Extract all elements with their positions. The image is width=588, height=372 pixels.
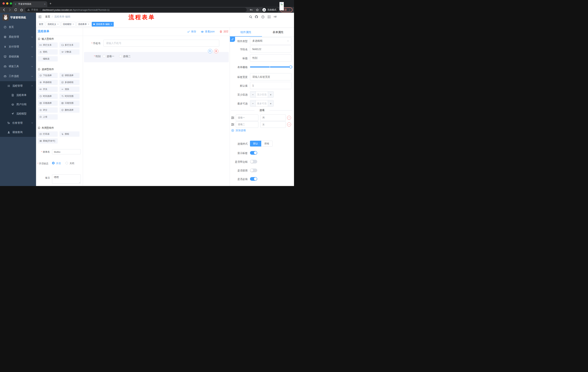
remove-option-button[interactable]: − <box>287 122 291 127</box>
slider-handle[interactable] <box>289 65 292 68</box>
close-window-button[interactable] <box>2 2 5 5</box>
option1-value-input[interactable] <box>260 115 286 121</box>
breadcrumb-home[interactable]: 首页 <box>45 15 50 18</box>
option1-label-input[interactable] <box>236 115 258 121</box>
drag-handle-icon[interactable] <box>231 123 234 126</box>
phone-input[interactable] <box>103 40 219 47</box>
border-toggle[interactable] <box>250 160 257 163</box>
gender-option1-label[interactable]: 选项一 <box>107 55 114 58</box>
sidebar-item-infrastructure[interactable]: 基础设施 <box>0 52 36 62</box>
password-key-icon[interactable] <box>249 8 253 12</box>
palette-item-select[interactable]: 下拉选择 <box>38 73 58 78</box>
sidebar-item-task-management[interactable]: 任务管理 <box>0 118 36 128</box>
style-default-button[interactable]: 默认 <box>250 141 261 147</box>
form-grid-slider[interactable] <box>250 66 292 67</box>
minimize-window-button[interactable] <box>6 2 8 5</box>
address-bar[interactable]: 不安全 dashboard.yudao.iocoder.cn/bpm/manag… <box>25 8 247 12</box>
collapse-sidebar-icon[interactable] <box>38 15 42 19</box>
label-width-input[interactable] <box>250 73 292 80</box>
clear-button[interactable]: 清空 <box>220 30 229 33</box>
delete-component-button[interactable] <box>214 49 218 53</box>
palette-item-password[interactable]: 密码 <box>38 49 58 55</box>
close-tag-icon[interactable]: × <box>73 23 74 25</box>
component-type-select[interactable]: 多选框组 <box>250 37 292 45</box>
gender-option2-checkbox[interactable] <box>119 55 122 57</box>
selected-component-row[interactable] <box>84 52 229 62</box>
more-menu-icon[interactable]: ⋮ <box>288 9 291 11</box>
tag-process-form-edit-active[interactable]: 流程表单-编辑× <box>92 22 114 27</box>
tab-form-properties[interactable]: 表单属性 <box>262 28 294 37</box>
forward-icon[interactable] <box>8 8 12 12</box>
decrease-button[interactable]: − <box>250 91 256 97</box>
home-icon[interactable] <box>20 8 23 12</box>
palette-item-counter[interactable]: 计数器 <box>60 49 80 55</box>
palette-item-cascader[interactable]: 级联选择 <box>60 73 80 78</box>
show-label-toggle[interactable] <box>250 151 257 155</box>
tab-component-properties[interactable]: 组件属性 <box>230 28 262 37</box>
close-tab-icon[interactable]: × <box>44 3 45 5</box>
tag-process-form[interactable]: 流程表单× <box>76 22 91 27</box>
palette-item-date-range[interactable]: 日期范围 <box>60 100 80 106</box>
required-toggle[interactable] <box>250 177 257 181</box>
avatar[interactable] <box>279 2 284 10</box>
status-on-radio[interactable] <box>52 162 55 164</box>
gender-option1-checkbox[interactable] <box>103 55 105 57</box>
option2-value-input[interactable] <box>260 121 286 128</box>
save-button[interactable]: 保存 <box>187 30 196 33</box>
sidebar-item-home[interactable]: 首页 <box>0 22 36 32</box>
link-drawer-handle[interactable] <box>230 37 235 42</box>
palette-item-color-picker[interactable]: 颜色选择 <box>60 107 80 113</box>
palette-item-editor[interactable]: 编辑器 <box>38 56 58 62</box>
help-icon[interactable] <box>261 15 264 19</box>
sidebar-item-system-management[interactable]: 系统管理 <box>0 32 36 42</box>
palette-item-table[interactable]: 表格[开发中] <box>38 138 58 144</box>
close-tag-icon[interactable]: × <box>57 23 59 25</box>
palette-item-row-container[interactable]: 行容器 <box>38 131 58 137</box>
gender-option2-label[interactable]: 选项二 <box>123 55 131 58</box>
add-option-button[interactable]: 添加选项 <box>231 129 246 132</box>
reload-icon[interactable] <box>14 8 18 12</box>
fullscreen-icon[interactable] <box>267 15 271 19</box>
palette-item-single-line-text[interactable]: 单行文本 <box>38 43 58 48</box>
palette-item-rate[interactable]: 评分 <box>38 107 58 113</box>
sidebar-item-payment-management[interactable]: 支付管理 <box>0 42 36 52</box>
browser-tab[interactable]: 芋道管理系统 × <box>12 1 47 7</box>
increase-button[interactable]: + <box>268 91 273 97</box>
tag-home[interactable]: 首页 <box>37 22 45 27</box>
status-off-label[interactable]: 关闭 <box>70 162 74 165</box>
option2-label-input[interactable] <box>236 121 258 128</box>
decrease-button[interactable]: − <box>250 100 256 106</box>
increase-button[interactable]: + <box>268 100 273 106</box>
close-tag-icon[interactable]: × <box>111 23 112 25</box>
palette-item-button[interactable]: 按钮 <box>60 131 80 137</box>
disabled-toggle[interactable] <box>250 169 257 172</box>
palette-item-switch[interactable]: 开关 <box>38 87 58 92</box>
resize-grip-icon[interactable] <box>79 182 80 183</box>
default-value-input[interactable] <box>250 82 292 89</box>
github-icon[interactable] <box>255 15 258 19</box>
status-on-label[interactable]: 开启 <box>56 162 61 165</box>
drag-handle-icon[interactable] <box>231 116 234 120</box>
palette-item-upload[interactable]: 上传 <box>38 114 58 120</box>
sidebar-item-workflow[interactable]: 工作流程 <box>0 71 36 81</box>
back-icon[interactable] <box>2 8 6 12</box>
palette-item-slider[interactable]: 滑块 <box>60 87 80 92</box>
search-icon[interactable] <box>249 15 252 19</box>
font-size-icon[interactable] <box>273 15 277 19</box>
zoom-window-button[interactable] <box>10 2 12 5</box>
sidebar-item-leave-query[interactable]: 请假查询 <box>0 128 36 137</box>
palette-item-radio-group[interactable]: 单选框组 <box>38 80 58 85</box>
sidebar-item-process-form[interactable]: 流程表单 <box>0 90 36 100</box>
remove-option-button[interactable]: − <box>287 116 291 120</box>
sidebar-item-dev-tools[interactable]: 研发工具 <box>0 62 36 71</box>
tag-process-definition[interactable]: 流程定义× <box>46 22 60 27</box>
style-button-button[interactable]: 按钮 <box>261 141 273 147</box>
palette-item-multi-line-text[interactable]: 多行文本 <box>60 43 80 48</box>
new-tab-button[interactable]: + <box>50 2 52 6</box>
status-off-radio[interactable] <box>65 162 68 164</box>
sidebar-item-user-group[interactable]: 用户分组 <box>0 100 36 109</box>
field-name-input[interactable] <box>250 45 292 53</box>
form-name-input[interactable] <box>52 149 81 154</box>
copy-component-button[interactable] <box>208 49 212 53</box>
sidebar-item-process-management[interactable]: 流程管理 <box>0 81 36 90</box>
